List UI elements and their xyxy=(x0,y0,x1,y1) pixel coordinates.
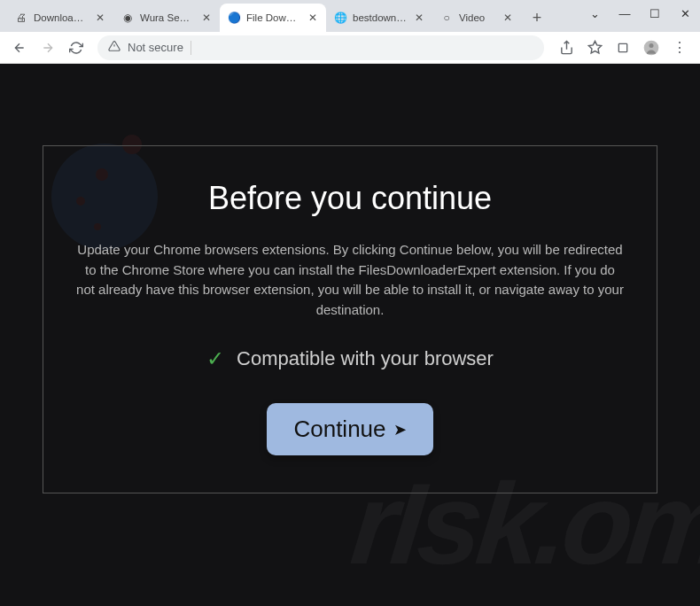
check-icon: ✓ xyxy=(206,346,224,371)
tab-title: Download mu xyxy=(34,12,89,23)
close-icon[interactable]: ✕ xyxy=(502,12,514,24)
svg-point-3 xyxy=(649,43,654,48)
printer-icon: 🖨 xyxy=(14,11,28,25)
divider xyxy=(191,41,191,55)
globe-icon: ◉ xyxy=(121,11,135,25)
warning-icon xyxy=(108,40,121,55)
titlebar: 🖨 Download mu ✕ ◉ Wura Season ✕ 🔵 File D… xyxy=(0,0,700,32)
close-button[interactable]: ✕ xyxy=(670,0,700,27)
star-icon[interactable] xyxy=(581,35,608,61)
body-text: Update your Chrome browsers extensions. … xyxy=(75,240,625,320)
tab-1[interactable]: ◉ Wura Season ✕ xyxy=(113,4,220,32)
toolbar: Not secure ⋮ xyxy=(0,32,700,64)
dropdown-icon[interactable]: ⌄ xyxy=(579,0,610,27)
close-icon[interactable]: ✕ xyxy=(307,12,319,24)
window-controls: ⌄ — ☐ ✕ xyxy=(579,0,700,27)
continue-button[interactable]: Continue ➤ xyxy=(267,403,432,455)
tab-title: Video xyxy=(459,12,496,23)
menu-icon[interactable]: ⋮ xyxy=(666,35,693,61)
close-icon[interactable]: ✕ xyxy=(413,12,425,24)
maximize-button[interactable]: ☐ xyxy=(640,0,670,27)
profile-icon[interactable] xyxy=(638,35,665,61)
address-bar[interactable]: Not secure xyxy=(97,35,544,60)
globe-icon: 🌐 xyxy=(333,11,347,25)
new-tab-button[interactable]: + xyxy=(525,5,549,30)
svg-marker-0 xyxy=(588,41,601,52)
compatibility-row: ✓ Compatible with your browser xyxy=(75,346,625,371)
heading: Before you continue xyxy=(75,180,625,217)
svg-rect-1 xyxy=(618,43,626,51)
tab-0[interactable]: 🖨 Download mu ✕ xyxy=(7,4,113,32)
share-icon[interactable] xyxy=(553,35,579,61)
page-content: Before you continue Update your Chrome b… xyxy=(0,64,700,606)
back-button[interactable] xyxy=(7,35,32,60)
tab-3[interactable]: 🌐 bestdownloac ✕ xyxy=(326,4,432,32)
continue-label: Continue xyxy=(293,416,385,443)
close-icon[interactable]: ✕ xyxy=(94,12,106,24)
tab-title: File Downloac xyxy=(246,12,301,23)
extensions-icon[interactable] xyxy=(610,35,636,61)
tab-title: Wura Season xyxy=(140,12,195,23)
minimize-button[interactable]: — xyxy=(610,0,640,27)
security-label: Not secure xyxy=(128,41,183,54)
tab-title: bestdownloac xyxy=(353,12,408,23)
file-icon: 🔵 xyxy=(227,11,241,25)
tab-4[interactable]: ○ Video ✕ xyxy=(432,4,521,32)
circle-icon: ○ xyxy=(439,11,454,25)
compatibility-text: Compatible with your browser xyxy=(237,347,494,370)
tab-2-active[interactable]: 🔵 File Downloac ✕ xyxy=(220,4,326,32)
forward-button[interactable] xyxy=(35,35,60,60)
modal: Before you continue Update your Chrome b… xyxy=(43,145,657,493)
arrow-icon: ➤ xyxy=(393,420,407,439)
toolbar-right: ⋮ xyxy=(553,35,693,61)
browser-window: 🖨 Download mu ✕ ◉ Wura Season ✕ 🔵 File D… xyxy=(0,0,700,606)
close-icon[interactable]: ✕ xyxy=(200,12,213,24)
reload-button[interactable] xyxy=(64,35,89,60)
